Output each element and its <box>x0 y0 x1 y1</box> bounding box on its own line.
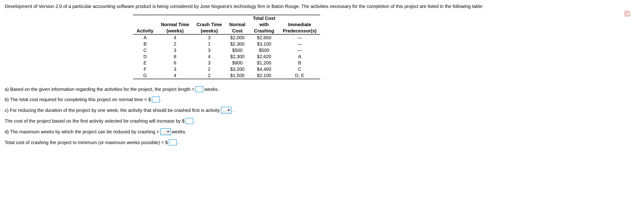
question-b-text-post: . <box>161 97 162 102</box>
svg-marker-1 <box>167 131 169 132</box>
cell-crashtime: 2 <box>193 66 226 72</box>
cell-normaltime: 2 <box>157 41 193 47</box>
hdr-normaltime-l1: Normal Time <box>157 22 193 28</box>
cell-pred: — <box>279 41 320 47</box>
cell-totalcost: $500 <box>249 47 279 54</box>
cell-pred: A <box>279 54 320 60</box>
hdr-totalcost-l1: Total Cost <box>249 15 279 22</box>
cell-activity: E <box>133 60 157 66</box>
cell-totalcost: $1,200 <box>249 60 279 66</box>
cell-activity: F <box>133 66 157 72</box>
question-d: d) The maximum weeks by which the projec… <box>5 128 639 135</box>
cell-totalcost: $2,100 <box>249 72 279 79</box>
hdr-normalcost-l2: Cost <box>226 28 249 34</box>
cell-normaltime: 6 <box>157 60 193 66</box>
question-b: b) The total cost required for completin… <box>5 96 639 103</box>
activities-tbody: A 4 3 $2,000 $2,650 — B 2 1 $2,300 $3,10… <box>133 34 320 79</box>
cell-normalcost: $500 <box>226 47 249 54</box>
question-a-text-post: weeks. <box>204 87 219 92</box>
project-length-input[interactable] <box>196 86 203 92</box>
max-weeks-select[interactable] <box>160 128 171 135</box>
total-crash-cost-input[interactable] <box>169 139 177 145</box>
cell-crashtime: 3 <box>193 34 226 41</box>
hdr-normaltime-l2: (weeks) <box>157 28 193 34</box>
hdr-pred-l1: Immediate <box>279 22 320 28</box>
question-a-text-pre: a) Based on the given information regard… <box>5 87 194 92</box>
total-cost-input[interactable] <box>152 96 160 103</box>
cell-crashtime: 4 <box>193 54 226 60</box>
table-row: E 6 3 $900 $1,200 B <box>133 60 320 66</box>
hdr-totalcost-l3: Crashing <box>249 28 279 34</box>
cell-pred: C <box>279 66 320 72</box>
cell-totalcost: $2,650 <box>249 34 279 41</box>
activities-table-wrap: Total Cost Normal Time Crash Time Normal… <box>133 15 639 79</box>
cell-crashtime: 1 <box>193 41 226 47</box>
chevron-down-icon <box>167 130 170 133</box>
cell-pred: D, E <box>279 72 320 79</box>
cell-totalcost: $2,620 <box>249 54 279 60</box>
question-c2-text-pre: The cost of the project based on the fir… <box>5 118 184 124</box>
cell-normaltime: 4 <box>157 34 193 41</box>
question-a: a) Based on the given information regard… <box>5 86 639 92</box>
cell-activity: A <box>133 34 157 41</box>
question-e-text-pre: Total cost of crashing the project to mi… <box>5 140 168 145</box>
cell-normalcost: $3,200 <box>226 66 249 72</box>
cell-pred: — <box>279 34 320 41</box>
question-c2-text-post: . <box>194 118 196 124</box>
cell-activity: C <box>133 47 157 54</box>
cell-totalcost: $3,100 <box>249 41 279 47</box>
hdr-normalcost-l1: Normal <box>226 22 249 28</box>
cell-normalcost: $900 <box>226 60 249 66</box>
crash-activity-select[interactable] <box>221 107 232 114</box>
crash-cost-increase-input[interactable] <box>185 118 193 124</box>
question-d-text-pre: d) The maximum weeks by which the projec… <box>5 129 159 134</box>
table-row: B 2 1 $2,300 $3,100 — <box>133 41 320 47</box>
hdr-crashtime-l2: (weeks) <box>193 28 226 34</box>
cell-normaltime: 3 <box>157 47 193 54</box>
table-row: F 3 2 $3,200 $4,400 C <box>133 66 320 72</box>
cell-activity: G <box>133 72 157 79</box>
question-e: Total cost of crashing the project to mi… <box>5 139 639 145</box>
hdr-pred-l2: Predecessor(s) <box>279 28 320 34</box>
question-c-text-post: . <box>232 108 234 113</box>
cell-crashtime: 2 <box>193 72 226 79</box>
cell-normalcost: $2,300 <box>226 41 249 47</box>
table-row: A 4 3 $2,000 $2,650 — <box>133 34 320 41</box>
cell-normalcost: $2,300 <box>226 54 249 60</box>
cell-normaltime: 3 <box>157 66 193 72</box>
table-row: C 3 3 $500 $500 — <box>133 47 320 54</box>
cell-activity: D <box>133 54 157 60</box>
cell-pred: B <box>279 60 320 66</box>
cell-normaltime: 4 <box>157 72 193 79</box>
cell-normaltime: 8 <box>157 54 193 60</box>
question-c-cost: The cost of the project based on the fir… <box>5 118 639 124</box>
cell-normalcost: $2,000 <box>226 34 249 41</box>
cell-crashtime: 3 <box>193 47 226 54</box>
activities-table: Total Cost Normal Time Crash Time Normal… <box>133 15 320 79</box>
cell-activity: B <box>133 41 157 47</box>
hdr-totalcost-l2: with <box>249 22 279 28</box>
chevron-down-icon <box>227 109 230 112</box>
cell-normalcost: $1,500 <box>226 72 249 79</box>
question-c-text-pre: c) For reducing the duration of the proj… <box>5 108 220 113</box>
table-row: G 4 2 $1,500 $2,100 D, E <box>133 72 320 79</box>
copy-icon[interactable] <box>624 11 630 16</box>
hdr-crashtime-l1: Crash Time <box>193 22 226 28</box>
table-row: D 8 4 $2,300 $2,620 A <box>133 54 320 60</box>
problem-intro: Development of Version 2.0 of a particul… <box>5 4 639 9</box>
question-b-text-pre: b) The total cost required for completin… <box>5 97 151 102</box>
svg-marker-0 <box>228 110 230 111</box>
cell-pred: — <box>279 47 320 54</box>
cell-crashtime: 3 <box>193 60 226 66</box>
question-e-text-post: . <box>178 140 179 145</box>
question-d-text-post: weeks. <box>172 129 186 134</box>
question-c: c) For reducing the duration of the proj… <box>5 107 639 114</box>
hdr-activity: Activity <box>133 28 157 34</box>
cell-totalcost: $4,400 <box>249 66 279 72</box>
